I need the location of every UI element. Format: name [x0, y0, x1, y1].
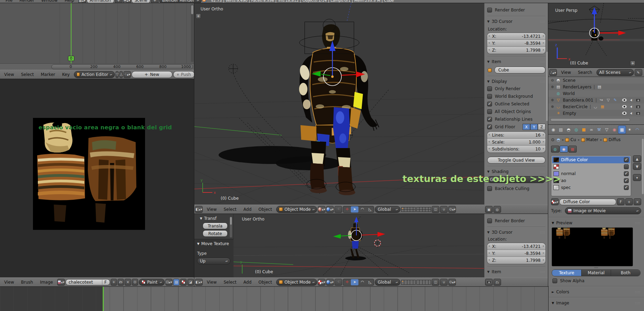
properties-tab-icon[interactable]: ◓ — [565, 126, 572, 133]
render-border-row[interactable]: Render Border — [487, 7, 545, 14]
renderability-camera-icon[interactable] — [636, 112, 641, 115]
open-image-button[interactable]: 🗁 — [118, 279, 124, 286]
show-alpha-checkbox[interactable] — [552, 278, 557, 283]
unlink-image-button[interactable]: × — [125, 279, 131, 286]
outliner-item-name[interactable]: Empty — [563, 111, 576, 116]
outliner-item-name[interactable]: RenderLayers — [563, 85, 591, 89]
translate-manipulator-icon[interactable]: ➤ — [351, 206, 358, 213]
renderability-camera-icon[interactable] — [636, 98, 641, 102]
new-image-button[interactable]: + — [111, 279, 117, 286]
colors-panel-header[interactable]: ►Colors:::: — [548, 288, 644, 296]
image-datablock-icon[interactable]: ▴▾ — [57, 279, 65, 286]
fake-user-button[interactable]: F — [102, 280, 107, 285]
slot-move-down-button[interactable]: ▼ — [633, 163, 641, 170]
screen-layout-field[interactable]: Animation — [87, 0, 114, 3]
manipulator-axis-icon[interactable]: ✛ — [343, 206, 351, 213]
n-panel-open-button[interactable]: + — [630, 61, 635, 66]
selectability-cursor-icon[interactable]: ➤ — [629, 104, 634, 109]
render-border-checkbox[interactable] — [487, 8, 492, 12]
new-texture-button[interactable]: + — [625, 198, 633, 205]
editor-type-select[interactable]: ◧▴▾ — [195, 279, 203, 286]
display-option-row[interactable]: All Object Origins — [487, 108, 545, 115]
move-up-button[interactable]: △ — [119, 71, 123, 78]
viewport-shading-select[interactable]: ▴▾ — [318, 279, 325, 286]
expand-toggle-icon[interactable]: ⊕ — [550, 85, 554, 89]
preview-mode-tab[interactable]: Material — [582, 270, 611, 276]
extra-datablock-icon[interactable]: ▽ — [606, 98, 611, 102]
properties-tab-icon[interactable]: ◉ — [611, 126, 618, 133]
outliner-filter-icon[interactable]: ✎ — [635, 69, 642, 76]
dope-sheet-editor[interactable]: 0 02004006008001000 ViewSelectMarkerKey … — [0, 3, 194, 79]
scale-manipulator-icon[interactable]: ◺ — [366, 206, 374, 213]
cursor-panel-header[interactable]: ▼3D Cursor:::: — [487, 230, 545, 235]
texture-slot-checkbox[interactable] — [624, 157, 629, 162]
transform-tool-button[interactable]: Transla — [203, 223, 228, 229]
rotate-manipulator-icon[interactable]: ◠ — [358, 279, 366, 285]
grid-field[interactable]: ◂Scale:1.000▸ — [487, 139, 545, 146]
ruler-scrollbar[interactable] — [51, 64, 193, 69]
extra-datablock-icon[interactable]: ↪ — [599, 98, 604, 102]
viewport-menu-item[interactable]: Add — [240, 207, 255, 212]
breadcrumb-item[interactable]: ▸Diffus — [600, 137, 620, 142]
display-panel-header[interactable]: ▼Display:::: — [487, 79, 545, 84]
viewport-menu-item[interactable]: Object — [255, 207, 276, 212]
mode-select[interactable]: Object Mode▴▾ — [276, 279, 317, 286]
rotate-manipulator-icon[interactable]: ◠ — [358, 206, 366, 213]
outliner-row[interactable]: ⊕ ◡ BezierCircle | ◡▦ ➤ — [548, 103, 644, 110]
viewport-menu-item[interactable]: Add — [240, 280, 255, 285]
playhead[interactable] — [71, 3, 71, 63]
dopesheet-filter-icon[interactable]: ⁘▴▾ — [124, 71, 130, 78]
texture-name-field[interactable]: Diffuse Color — [559, 199, 616, 205]
grid-floor-checkbox[interactable] — [487, 124, 492, 129]
display-option-row[interactable]: Only Render — [487, 85, 545, 92]
add-layout-button[interactable]: + — [115, 0, 122, 3]
info-menu-item[interactable]: Render — [16, 0, 38, 3]
fake-user-button[interactable]: F — [617, 198, 625, 205]
orientation-select[interactable]: Global▴▾ — [375, 279, 400, 286]
cursor-location-field[interactable]: ◂Z:1.7998▸ — [487, 257, 545, 264]
texture-slot-row[interactable] — [552, 163, 630, 170]
new-action-button[interactable]: +New — [132, 71, 172, 78]
draw-mode-uv-icon[interactable]: ▨ — [173, 279, 179, 286]
display-option-checkbox[interactable] — [487, 117, 492, 122]
properties-tab-icon[interactable]: ▽ — [603, 126, 610, 133]
manipulator-axis-icon[interactable]: ✛ — [343, 279, 351, 285]
slot-specials-menu[interactable]: ▾ — [633, 174, 641, 181]
display-filter-select[interactable]: All Scenes▴▾ — [596, 69, 634, 76]
breadcrumb-item[interactable]: ▸Cu — [562, 137, 576, 142]
pivot-point-select[interactable]: ▴▾ — [326, 279, 334, 286]
expand-toggle-icon[interactable]: ⊕ — [550, 105, 554, 109]
render-engine-select[interactable]: Blender Render▴▾ — [159, 0, 202, 3]
screen-layout-icon[interactable]: ▦▴▾ — [78, 0, 86, 3]
texture-slot-checkbox[interactable] — [624, 171, 629, 176]
image-panel-header[interactable]: ▼Image:::: — [548, 299, 644, 307]
toggle-quad-view-button[interactable]: Toggle Quad View — [487, 157, 545, 164]
display-option-checkbox[interactable] — [487, 109, 492, 114]
texture-context-button[interactable]: ◉ — [560, 146, 568, 153]
visibility-eye-icon[interactable] — [622, 98, 627, 102]
transform-tool-button[interactable]: Rotate — [203, 230, 228, 237]
screencast-keys-icon[interactable]: 🗀 — [493, 279, 501, 286]
layers-widget-2[interactable] — [416, 207, 431, 212]
scene-name-field[interactable]: Scene — [132, 0, 151, 3]
outliner-item-name[interactable]: World — [563, 91, 575, 96]
preview-mode-tab[interactable]: Both — [611, 270, 640, 276]
texture-slot-checkbox[interactable] — [624, 178, 629, 183]
properties-tab-icon[interactable]: ◉ — [550, 126, 557, 133]
grid-field[interactable]: ◂Subdivisions:10▸ — [487, 146, 545, 153]
outliner-row[interactable]: ⊖ ◓ Scene ➤ — [548, 77, 644, 84]
manipulate-center-points-icon[interactable]: ⁖ — [334, 206, 342, 213]
outliner-item-name[interactable]: Bandolera.001 — [563, 98, 593, 103]
texture-context-button[interactable]: ◍ — [551, 146, 559, 153]
info-menu-item[interactable]: Window — [38, 0, 61, 3]
layers-widget-1[interactable] — [401, 207, 416, 212]
grid-field[interactable]: ◂Lines:16▸ — [487, 132, 545, 139]
uv-menu-item[interactable]: Image — [36, 280, 57, 285]
outliner-row[interactable]: ⊕ ▤ RenderLayers | ▤ ➤ — [548, 84, 644, 90]
breadcrumb-item[interactable]: ▸Mater — [578, 137, 598, 142]
viewport-persp[interactable]: zx User Persp (0) Cube + — [548, 3, 644, 68]
render-border-checkbox[interactable] — [487, 218, 492, 223]
display-option-row[interactable]: Outline Selected — [487, 101, 545, 107]
snap-target-select[interactable]: ⊙▴▾ — [448, 206, 456, 213]
viewport-menu-item[interactable]: View — [203, 207, 220, 212]
